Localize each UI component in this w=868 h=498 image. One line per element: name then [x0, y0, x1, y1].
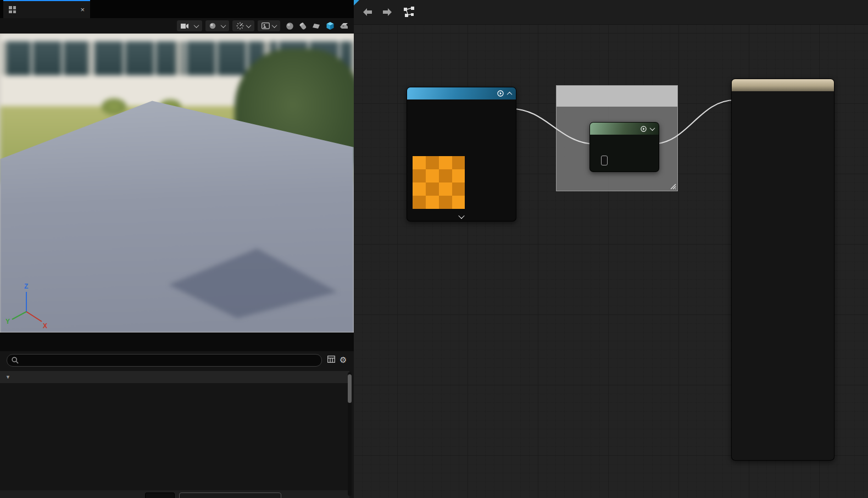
viewport-scene[interactable]: Z Y X — [0, 34, 354, 333]
axis-x-label: X — [43, 322, 47, 330]
preview-cylinder-button[interactable] — [299, 22, 307, 30]
screenshot-icon — [261, 23, 270, 29]
viewport-toolbar — [0, 18, 354, 34]
comment-title[interactable] — [557, 86, 677, 107]
power-exp-value[interactable] — [601, 156, 608, 165]
viewport-grid-icon — [9, 6, 16, 13]
preview-play-icon[interactable] — [641, 126, 647, 132]
preview-shape-buttons — [286, 21, 348, 30]
details-scrollbar-thumb[interactable] — [348, 374, 352, 403]
comment-resize-handle[interactable] — [670, 183, 676, 190]
expand-chevron-icon[interactable] — [458, 213, 464, 219]
left-column: × — [0, 0, 354, 498]
viewport-tabbar: × — [0, 0, 354, 18]
details-panel: ⚙ ▼ — [0, 333, 354, 498]
chevron-down-icon — [194, 23, 199, 28]
axis-z-label: Z — [24, 283, 28, 290]
texture-sample-header[interactable] — [407, 87, 516, 99]
collapse-chevron-icon[interactable] — [507, 91, 513, 97]
preview-cube-button[interactable] — [326, 21, 335, 30]
search-input[interactable] — [19, 356, 321, 364]
display-filter-icon[interactable] — [327, 355, 335, 365]
panel-focus-corner — [354, 0, 359, 5]
preview-sphere-button[interactable] — [286, 22, 294, 30]
tab-viewport[interactable]: × — [3, 0, 90, 18]
details-tabbar — [0, 333, 354, 351]
preview-custom-mesh-button[interactable] — [340, 22, 348, 30]
graph-topbar — [354, 0, 868, 25]
texture-sample-inputs — [407, 99, 516, 103]
power-header[interactable] — [590, 123, 659, 135]
collapse-chevron-icon[interactable] — [650, 125, 655, 131]
details-partial-row — [0, 490, 349, 498]
chevron-down-icon — [221, 23, 226, 28]
lit-dropdown[interactable] — [205, 20, 229, 31]
forward-arrow-button[interactable] — [381, 8, 393, 16]
material-result-node[interactable] — [731, 79, 834, 461]
show-flags-icon — [236, 22, 244, 30]
chevron-down-icon — [246, 23, 252, 28]
partial-input[interactable] — [145, 493, 175, 498]
chevron-down-icon — [272, 23, 277, 28]
search-icon — [12, 357, 19, 364]
camera-icon — [181, 23, 189, 29]
close-icon[interactable]: × — [80, 6, 85, 13]
power-node[interactable] — [589, 122, 659, 172]
material-section-header[interactable]: ▼ — [0, 371, 349, 383]
back-arrow-button[interactable] — [361, 8, 374, 16]
material-editor-window: × — [0, 0, 868, 498]
preview-plane-button[interactable] — [312, 22, 321, 30]
viewport-panel[interactable]: Z Y X — [0, 18, 354, 333]
texture-preview-thumbnail — [413, 156, 465, 209]
details-rows — [0, 383, 349, 498]
material-result-header[interactable] — [732, 79, 834, 91]
axis-gizmo: Z Y X — [5, 280, 58, 330]
lit-sphere-icon — [209, 23, 216, 29]
show-flags-dropdown[interactable] — [232, 20, 254, 31]
texture-sample-node[interactable] — [407, 87, 516, 222]
material-graph-canvas[interactable] — [354, 0, 868, 498]
search-input-container — [7, 354, 322, 367]
axis-y-label: Y — [5, 318, 10, 325]
settings-gear-icon[interactable]: ⚙ — [340, 355, 347, 365]
collapse-arrow-icon: ▼ — [5, 374, 10, 380]
preview-play-icon[interactable] — [497, 90, 504, 97]
perspective-dropdown[interactable] — [177, 20, 202, 31]
graph-breadcrumb-icon — [403, 7, 415, 18]
screenshot-dropdown[interactable] — [258, 20, 280, 31]
partial-dropdown[interactable] — [179, 493, 281, 498]
